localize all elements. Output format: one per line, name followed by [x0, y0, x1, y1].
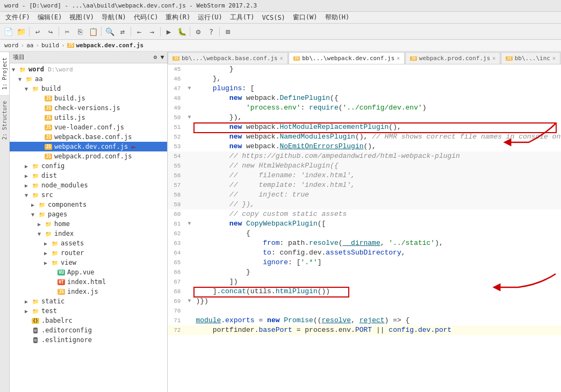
tree-item-router[interactable]: ▶ 📁 router [10, 248, 167, 258]
tree-item-check-versions[interactable]: JS check-versions.js [10, 103, 167, 113]
tab-webpack-base[interactable]: JS bb\...\webpack.base.conf.js × [168, 52, 287, 64]
menu-run[interactable]: 运行(U) [195, 12, 226, 23]
breadcrumb-aa[interactable]: aa [26, 42, 33, 49]
arrow-build: ▼ [25, 86, 31, 92]
menu-vcs[interactable]: VCS(S) [259, 13, 289, 23]
js-icon-index: JS [57, 287, 66, 296]
debug-btn[interactable]: 🐛 [176, 26, 188, 38]
menu-edit[interactable]: 编辑(E) [34, 12, 66, 23]
menu-help[interactable]: 帮助(H) [322, 12, 353, 23]
vue-icon-app: VU [57, 268, 66, 277]
tree-item-build-js[interactable]: JS build.js [10, 93, 167, 103]
tree-item-app-vue[interactable]: VU App.vue [10, 267, 167, 277]
code-line-62: 62 { [168, 229, 561, 238]
folder-icon-index: 📁 [44, 229, 53, 238]
arrow-static: ▶ [25, 299, 31, 304]
tree-item-webpack-base[interactable]: JS webpack.base.conf.js [10, 132, 167, 142]
menu-refactor[interactable]: 重构(R) [162, 12, 193, 23]
tab-close-base[interactable]: × [280, 55, 283, 61]
menu-code[interactable]: 代码(C) [131, 12, 162, 23]
arrow-word: ▼ [12, 67, 18, 72]
code-line-45: 45 } [168, 64, 561, 74]
tree-settings-icon[interactable]: ⚙ ▼ [154, 54, 164, 61]
folder-icon-static: 📁 [31, 297, 40, 306]
forward-btn[interactable]: → [146, 26, 158, 38]
search-btn[interactable]: 🔍 [104, 26, 116, 38]
menu-file[interactable]: 文件(F) [2, 12, 33, 23]
paste-btn[interactable]: 📋 [87, 26, 99, 38]
code-line-46: 46 }, [168, 74, 561, 84]
tree-body[interactable]: ▼ 📁 word D:\word ▼ 📁 aa ▼ 📁 build [10, 63, 167, 392]
tree-item-static[interactable]: ▶ 📁 static [10, 296, 167, 306]
run-btn[interactable]: ▶ [163, 26, 175, 38]
tree-item-word[interactable]: ▼ 📁 word D:\word [10, 64, 167, 74]
tab-webpack-dev[interactable]: JS bb\...\webpack.dev.conf.js × [289, 52, 405, 64]
cut-btn[interactable]: ✂ [61, 26, 73, 38]
code-line-60: 60 // copy custom static assets [168, 209, 561, 219]
redo-btn[interactable]: ↪ [45, 26, 56, 38]
tree-item-aa[interactable]: ▼ 📁 aa [10, 74, 167, 84]
project-tree-panel: 项目 ⚙ ▼ ▼ 📁 word D:\word ▼ 📁 aa ▼ � [10, 52, 168, 392]
replace-btn[interactable]: ⇄ [117, 26, 128, 38]
tree-item-utils[interactable]: JS utils.js [10, 113, 167, 122]
tree-item-index-html[interactable]: HT index.html [10, 277, 167, 287]
sep6 [190, 27, 190, 37]
rc-icon-eslint: ⚙ [31, 336, 40, 344]
red-arrow-tree: ← [131, 142, 135, 151]
menu-nav[interactable]: 导航(N) [98, 12, 130, 23]
new-btn[interactable]: 📄 [2, 26, 14, 38]
tree-item-node-modules[interactable]: ▶ 📁 node_modules [10, 180, 167, 190]
tree-item-home[interactable]: ▶ 📁 home [10, 219, 167, 229]
sep3 [101, 27, 102, 37]
breadcrumb-word[interactable]: word [4, 42, 19, 49]
tree-item-dist[interactable]: ▶ 📁 dist [10, 171, 167, 180]
tab-structure[interactable]: 2: Structure [0, 95, 9, 145]
code-line-48: 48 new webpack.DefinePlugin({ [168, 93, 561, 103]
tree-item-config[interactable]: ▶ 📁 config [10, 161, 167, 171]
code-line-57: 57 // template: 'index.html', [168, 180, 561, 190]
tree-item-babelrc[interactable]: {} .babelrc [10, 316, 167, 325]
breadcrumb-build[interactable]: build [41, 42, 59, 49]
arrow-components: ▶ [31, 202, 38, 208]
copy-btn[interactable]: ⎘ [74, 26, 86, 38]
tab-inc[interactable]: JS bb\...\inc × [501, 52, 560, 64]
tab-close-inc[interactable]: × [552, 55, 556, 61]
tree-item-components[interactable]: ▶ 📁 components [10, 200, 167, 209]
tree-item-editorconfig[interactable]: ⚙ .editorconfig [10, 325, 167, 335]
tree-item-src[interactable]: ▼ 📁 src [10, 190, 167, 200]
tree-item-index-js[interactable]: JS index.js [10, 287, 167, 296]
tree-item-view[interactable]: ▶ 📁 view [10, 258, 167, 267]
tab-close-prod[interactable]: × [492, 55, 495, 61]
extra-btn[interactable]: ⊞ [222, 26, 234, 38]
file-icon: JS [67, 43, 75, 48]
settings-btn[interactable]: ⚙ [192, 26, 204, 38]
help-btn[interactable]: ? [205, 26, 217, 38]
folder-icon-view: 📁 [51, 258, 59, 267]
menu-view[interactable]: 视图(V) [66, 12, 97, 23]
undo-btn[interactable]: ↩ [32, 26, 44, 38]
tab-close-dev[interactable]: × [397, 55, 400, 61]
tab-webpack-prod[interactable]: JS webpack.prod.conf.js × [405, 52, 500, 64]
code-content[interactable]: 45 } 46 }, 47 ▼ plugins: [ 48 [168, 64, 561, 392]
tree-item-eslintignore[interactable]: ⚙ .eslintignore [10, 335, 167, 345]
title-text: word - [D:\word] - ...\aa\build\webpack.… [4, 2, 257, 9]
tree-item-webpack-prod[interactable]: JS webpack.prod.conf.js [10, 151, 167, 161]
tree-item-pages[interactable]: ▼ 📁 pages [10, 209, 167, 219]
code-line-56: 56 // filename: 'index.html', [168, 171, 561, 180]
tree-item-webpack-dev[interactable]: JS webpack.dev.conf.js ← [10, 142, 167, 151]
tree-item-assets[interactable]: ▶ 📁 assets [10, 238, 167, 248]
tree-item-build[interactable]: ▼ 📁 build [10, 84, 167, 93]
code-line-65: 65 ignore: ['.*'] [168, 258, 561, 267]
code-line-67: 67 ]) [168, 277, 561, 287]
code-line-69: 69 ▼ )}) [168, 296, 561, 306]
menu-tools[interactable]: 工具(T) [227, 12, 258, 23]
main-layout: 1: Project 2: Structure 项目 ⚙ ▼ ▼ 📁 word … [0, 52, 561, 392]
tree-item-index[interactable]: ▼ 📁 index [10, 229, 167, 238]
tree-item-test[interactable]: ▶ 📁 test [10, 306, 167, 316]
tree-item-vue-loader[interactable]: JS vue-loader.conf.js [10, 122, 167, 132]
back-btn[interactable]: ← [133, 26, 145, 38]
menu-window[interactable]: 窗口(W) [290, 12, 321, 23]
tree-header: 项目 ⚙ ▼ [10, 52, 167, 63]
tab-project[interactable]: 1: Project [0, 52, 9, 95]
open-btn[interactable]: 📁 [15, 26, 27, 38]
